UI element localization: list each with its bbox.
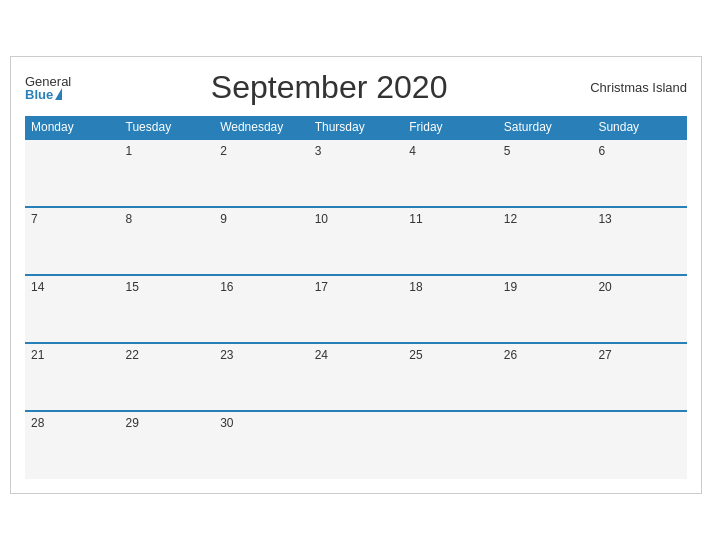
col-saturday: Saturday (498, 116, 593, 139)
calendar-grid: Monday Tuesday Wednesday Thursday Friday… (25, 116, 687, 479)
calendar-week-row: 78910111213 (25, 207, 687, 275)
day-number: 3 (315, 144, 322, 158)
day-number: 30 (220, 416, 233, 430)
calendar-day-cell: 9 (214, 207, 309, 275)
calendar-title: September 2020 (71, 69, 587, 106)
calendar-day-cell: 20 (592, 275, 687, 343)
calendar-day-cell: 26 (498, 343, 593, 411)
day-number: 10 (315, 212, 328, 226)
col-thursday: Thursday (309, 116, 404, 139)
calendar-week-row: 14151617181920 (25, 275, 687, 343)
day-number: 28 (31, 416, 44, 430)
calendar-day-cell: 21 (25, 343, 120, 411)
calendar-header: General Blue September 2020 Christmas Is… (25, 69, 687, 106)
calendar-day-cell: 29 (120, 411, 215, 479)
calendar-day-cell: 2 (214, 139, 309, 207)
calendar-day-cell: 5 (498, 139, 593, 207)
day-number: 16 (220, 280, 233, 294)
calendar-day-cell: 19 (498, 275, 593, 343)
calendar-day-cell: 13 (592, 207, 687, 275)
col-friday: Friday (403, 116, 498, 139)
day-number: 4 (409, 144, 416, 158)
calendar-day-cell (309, 411, 404, 479)
calendar-day-cell: 16 (214, 275, 309, 343)
calendar-day-cell: 28 (25, 411, 120, 479)
day-number: 21 (31, 348, 44, 362)
calendar-day-cell: 23 (214, 343, 309, 411)
logo-general-text: General (25, 75, 71, 88)
calendar-day-cell (25, 139, 120, 207)
day-number: 26 (504, 348, 517, 362)
day-number: 11 (409, 212, 422, 226)
day-number: 19 (504, 280, 517, 294)
weekday-header-row: Monday Tuesday Wednesday Thursday Friday… (25, 116, 687, 139)
day-number: 12 (504, 212, 517, 226)
calendar-day-cell: 8 (120, 207, 215, 275)
logo-triangle-icon (55, 88, 62, 100)
calendar-day-cell: 18 (403, 275, 498, 343)
day-number: 17 (315, 280, 328, 294)
day-number: 13 (598, 212, 611, 226)
day-number: 2 (220, 144, 227, 158)
logo: General Blue (25, 75, 71, 101)
day-number: 14 (31, 280, 44, 294)
calendar-day-cell: 27 (592, 343, 687, 411)
day-number: 6 (598, 144, 605, 158)
calendar-body: 1234567891011121314151617181920212223242… (25, 139, 687, 479)
calendar-day-cell: 17 (309, 275, 404, 343)
calendar-week-row: 123456 (25, 139, 687, 207)
calendar-day-cell: 24 (309, 343, 404, 411)
col-wednesday: Wednesday (214, 116, 309, 139)
day-number: 5 (504, 144, 511, 158)
calendar-day-cell: 7 (25, 207, 120, 275)
day-number: 29 (126, 416, 139, 430)
day-number: 7 (31, 212, 38, 226)
calendar-day-cell: 4 (403, 139, 498, 207)
calendar-week-row: 282930 (25, 411, 687, 479)
day-number: 23 (220, 348, 233, 362)
calendar-day-cell (592, 411, 687, 479)
day-number: 9 (220, 212, 227, 226)
col-sunday: Sunday (592, 116, 687, 139)
col-monday: Monday (25, 116, 120, 139)
day-number: 25 (409, 348, 422, 362)
day-number: 27 (598, 348, 611, 362)
calendar-day-cell: 22 (120, 343, 215, 411)
calendar-container: General Blue September 2020 Christmas Is… (10, 56, 702, 494)
location-label: Christmas Island (587, 80, 687, 95)
calendar-day-cell: 12 (498, 207, 593, 275)
calendar-day-cell (498, 411, 593, 479)
day-number: 1 (126, 144, 133, 158)
calendar-day-cell (403, 411, 498, 479)
calendar-day-cell: 25 (403, 343, 498, 411)
calendar-day-cell: 30 (214, 411, 309, 479)
day-number: 15 (126, 280, 139, 294)
day-number: 8 (126, 212, 133, 226)
calendar-week-row: 21222324252627 (25, 343, 687, 411)
day-number: 20 (598, 280, 611, 294)
calendar-day-cell: 10 (309, 207, 404, 275)
calendar-day-cell: 1 (120, 139, 215, 207)
day-number: 24 (315, 348, 328, 362)
calendar-day-cell: 14 (25, 275, 120, 343)
calendar-day-cell: 15 (120, 275, 215, 343)
calendar-day-cell: 3 (309, 139, 404, 207)
col-tuesday: Tuesday (120, 116, 215, 139)
calendar-day-cell: 11 (403, 207, 498, 275)
day-number: 22 (126, 348, 139, 362)
calendar-day-cell: 6 (592, 139, 687, 207)
logo-blue-text: Blue (25, 88, 53, 101)
day-number: 18 (409, 280, 422, 294)
